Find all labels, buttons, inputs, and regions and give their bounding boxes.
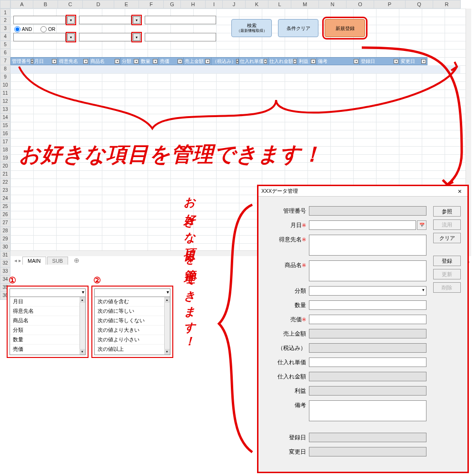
tab-add[interactable]: ⊕ <box>69 256 84 265</box>
list-item[interactable]: 数量 <box>10 335 85 345</box>
row-header[interactable]: 9 <box>0 73 10 81</box>
dialog-titlebar[interactable]: XXXデータ管理 × <box>258 186 467 197</box>
dropdown-button-1b[interactable]: ▾ <box>133 16 140 24</box>
input-price[interactable] <box>309 315 426 324</box>
filter-icon[interactable]: ▾ <box>134 59 139 64</box>
search-value-1[interactable] <box>145 16 216 24</box>
dd2-combo[interactable] <box>94 288 170 297</box>
input-customer[interactable] <box>309 235 426 256</box>
filter-icon[interactable]: ▾ <box>52 59 57 64</box>
table-header-cell[interactable]: 変更日▾ <box>400 57 427 65</box>
table-header-cell[interactable]: 利益▾ <box>298 57 317 65</box>
col-header-P[interactable]: P <box>374 0 406 9</box>
col-header-O[interactable]: O <box>347 0 374 9</box>
dd1-scrollbar[interactable]: ▴ ▾ <box>79 297 85 355</box>
row-header[interactable]: 27 <box>0 219 10 227</box>
row-header[interactable]: 7 <box>0 57 10 65</box>
radio-and-input[interactable] <box>14 26 20 32</box>
radio-or-input[interactable] <box>40 26 47 32</box>
filter-icon[interactable]: ▾ <box>421 59 426 64</box>
row-header[interactable]: 26 <box>0 211 10 219</box>
list-item[interactable]: 得意先名 <box>10 307 85 316</box>
list-item[interactable]: 分類 <box>10 326 85 335</box>
col-header-M[interactable]: M <box>291 0 319 9</box>
dd2-scrollbar[interactable]: ▴ ▾ <box>164 297 170 355</box>
list-item[interactable]: 次の値より大きい <box>95 326 170 335</box>
reuse-button[interactable]: 流用 <box>433 219 461 230</box>
dd1-scroll-down-icon[interactable]: ▾ <box>79 349 85 355</box>
input-cost-unit[interactable] <box>309 357 426 367</box>
tab-nav-left[interactable]: ◂ ▸ <box>14 258 21 264</box>
table-header-cell[interactable]: 登録日▾ <box>360 57 400 65</box>
filter-icon[interactable]: ▾ <box>83 59 88 64</box>
table-header-cell[interactable]: 管理番号▾ <box>10 57 33 65</box>
calendar-icon[interactable]: 📅 <box>417 220 426 230</box>
col-header-L[interactable]: L <box>268 0 291 9</box>
filter-icon[interactable]: ▾ <box>293 59 297 64</box>
table-header-cell[interactable]: 仕入れ単価▾ <box>239 57 268 65</box>
row-header[interactable]: 25 <box>0 203 10 211</box>
col-header-D[interactable]: D <box>83 0 114 9</box>
col-header-C[interactable]: C <box>58 0 83 9</box>
dropdown-button-1a[interactable]: ▾ <box>67 16 75 24</box>
search-button[interactable]: 検索 （最新情報取得） <box>231 19 272 37</box>
filter-icon[interactable]: ▾ <box>394 59 398 64</box>
input-category[interactable]: ▾ <box>309 286 426 296</box>
row-header[interactable]: 33 <box>0 268 10 276</box>
input-date[interactable] <box>309 220 416 230</box>
row-header[interactable]: 2 <box>0 17 10 25</box>
filter-icon[interactable]: ▾ <box>236 59 238 64</box>
row-header[interactable]: 29 <box>0 235 10 243</box>
table-header-cell[interactable]: 仕入れ金額▾ <box>268 57 298 65</box>
input-qty[interactable] <box>309 300 426 310</box>
list-item[interactable]: 商品名 <box>10 316 85 326</box>
dd2-scroll-down-icon[interactable]: ▾ <box>164 349 170 355</box>
row-header[interactable]: 23 <box>0 187 10 195</box>
row-header[interactable]: 28 <box>0 227 10 235</box>
row-header[interactable]: 1 <box>0 9 10 17</box>
search-field-2a[interactable] <box>13 33 66 41</box>
dropdown-button-2b[interactable]: ▾ <box>133 33 140 41</box>
dd1-combo[interactable] <box>10 288 86 297</box>
table-header-cell[interactable]: 売価▾ <box>159 57 184 65</box>
table-header-cell[interactable]: 得意先名▾ <box>58 57 89 65</box>
row-header[interactable]: 6 <box>0 49 10 57</box>
table-header-cell[interactable]: 備考▾ <box>317 57 360 65</box>
row-header[interactable]: 19 <box>0 154 10 162</box>
row-header[interactable]: 32 <box>0 259 10 268</box>
search-value-2[interactable] <box>145 33 216 41</box>
row-header[interactable]: 13 <box>0 106 10 114</box>
search-cond-1a[interactable] <box>79 16 131 24</box>
row-header[interactable]: 21 <box>0 170 10 178</box>
table-header-cell[interactable]: （税込み）▾ <box>211 57 239 65</box>
filter-icon[interactable]: ▾ <box>311 59 316 64</box>
dropdown-button-2a[interactable]: ▾ <box>67 33 75 41</box>
clear-conditions-button[interactable]: 条件クリア <box>278 19 318 37</box>
list-item[interactable]: 次の値より小さい <box>95 335 170 345</box>
list-item[interactable]: 売上金額 <box>10 354 85 355</box>
col-header-A[interactable]: A <box>10 0 33 9</box>
tab-sub[interactable]: SUB <box>47 257 69 265</box>
dd2-scroll-up-icon[interactable]: ▴ <box>164 297 170 303</box>
col-header-R[interactable]: R <box>433 0 461 9</box>
radio-and[interactable]: AND <box>14 26 32 32</box>
delete-button[interactable]: 削除 <box>433 282 461 293</box>
filter-icon[interactable]: ▾ <box>153 59 158 64</box>
row-header[interactable]: 24 <box>0 195 10 203</box>
search-field-1a[interactable] <box>13 16 66 24</box>
filter-icon[interactable]: ▾ <box>205 59 210 64</box>
filter-icon[interactable]: ▾ <box>354 59 358 64</box>
filter-icon[interactable]: ▾ <box>264 59 267 64</box>
row-header[interactable]: 5 <box>0 41 10 49</box>
col-header-H[interactable]: H <box>181 0 206 9</box>
row-header[interactable]: 14 <box>0 114 10 122</box>
table-header-cell[interactable]: 分類▾ <box>121 57 140 65</box>
row-header[interactable]: 3 <box>0 25 10 33</box>
row-header[interactable]: 22 <box>0 178 10 187</box>
row-header[interactable]: 30 <box>0 243 10 251</box>
table-header-cell[interactable]: 月日▾ <box>33 57 58 65</box>
row-header[interactable]: 20 <box>0 162 10 170</box>
select-all-cell[interactable] <box>0 0 10 9</box>
row-header[interactable]: 10 <box>0 81 10 89</box>
dd2-list[interactable]: ▴ ▾ 次の値を含む次の値に等しい次の値に等しくない次の値より大きい次の値より小… <box>94 297 170 355</box>
